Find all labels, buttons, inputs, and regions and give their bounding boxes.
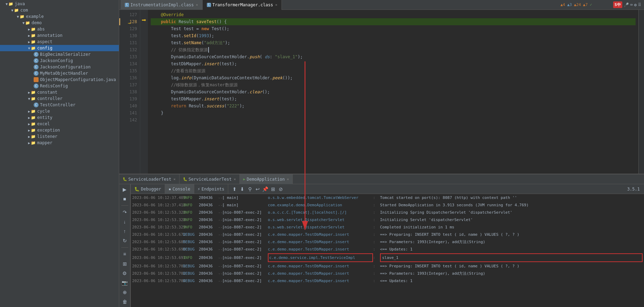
tab-close-icon[interactable]: ✕ — [275, 3, 277, 7]
filter-button[interactable]: ⚲ — [246, 186, 253, 193]
sidebar-item-exception[interactable]: ▶ 📁 exception — [0, 127, 119, 133]
evaluate-button[interactable]: ≡ — [120, 251, 129, 258]
tab-transformer[interactable]: C TransformerManager.class ✕ — [203, 0, 282, 10]
debug-tab-serviceloader2[interactable]: 🐛 ServiceLoaderTest ✕ — [179, 174, 240, 184]
line-num-142: 142 — [119, 116, 137, 124]
tab-close-icon[interactable]: ✕ — [174, 177, 176, 181]
code-line-140: return Result.success("222"); — [151, 102, 636, 109]
resume-button[interactable]: ▶ — [120, 186, 129, 193]
separator — [121, 205, 128, 206]
wrap-button[interactable]: ↩ — [254, 186, 261, 193]
sidebar-item-controller[interactable]: ▼ 📁 controller — [0, 95, 119, 102]
step-over-button[interactable]: ↷ — [120, 208, 129, 216]
line-num-132: 132 — [119, 46, 137, 53]
class-icon: C — [34, 65, 39, 69]
sidebar-item-config[interactable]: ▼ 📁 config — [0, 45, 119, 51]
settings-icon: ⚙ — [634, 2, 637, 7]
sidebar-item-aspect[interactable]: ▶ 📁 aspect — [0, 39, 119, 45]
log-row: 2023-06-06 10:12:37.418 INFO 280436 --- … — [131, 201, 644, 209]
line-num-130: 130 — [119, 32, 137, 39]
scroll-up-button[interactable]: ⬇ — [239, 186, 246, 193]
sidebar-item-excel[interactable]: ▶ 📁 excel — [0, 121, 119, 127]
line-num-128: 128 → — [119, 18, 137, 25]
arrow-icon: ▶ — [28, 27, 30, 31]
sidebar-item-label: constant — [37, 90, 57, 95]
class-icon: C — [34, 52, 39, 57]
clear-button[interactable]: ⬆ — [231, 186, 238, 193]
tab-debugger[interactable]: 🐛 Debugger — [131, 184, 165, 194]
open-external-button[interactable]: ⊞ — [270, 186, 277, 193]
tab-close-icon[interactable]: ✕ — [196, 3, 198, 7]
sidebar-item-cycle[interactable]: ▶ 📁 cycle — [0, 108, 119, 114]
keyboard-icon: ⌨ — [630, 2, 633, 7]
tab-close-icon[interactable]: ✕ — [287, 177, 289, 181]
stop-button[interactable]: ■ — [120, 195, 129, 202]
sidebar-item-bigdecimal[interactable]: C BigDecimalSerializer — [0, 51, 119, 58]
sidebar-item-listener[interactable]: ▶ 📁 listener — [0, 133, 119, 140]
console-output[interactable]: 2023-06-06 10:12:37.409 INFO 280436 --- … — [131, 194, 644, 307]
sidebar-item-label: com — [20, 8, 28, 13]
marker-4: ▲4 — [561, 2, 565, 7]
folder-icon: 📁 — [31, 27, 36, 32]
sidebar-item-objectmapper[interactable]: ObjectMapperConfiguration.java — [0, 76, 119, 83]
run-to-cursor-button[interactable]: ↻ — [120, 237, 129, 245]
sidebar-item-testcontroller[interactable]: C TestController — [0, 102, 119, 108]
code-content[interactable]: @Override public Result saveTest() { Tes… — [148, 10, 638, 174]
tab-instrumentation[interactable]: C InstrumentationImpl.class ✕ — [121, 0, 203, 10]
sidebar-item-label: RedisConfig — [40, 84, 68, 88]
pin-button[interactable]: 📌 — [262, 186, 269, 193]
sidebar-item-java[interactable]: ▼ 📁 java — [0, 1, 119, 7]
sougou-icon: S中 — [613, 1, 622, 8]
console-toolbar: ⬆ ⬇ ⚲ ↩ 📌 ⊞ ⊘ — [231, 186, 284, 193]
tab-close-icon[interactable]: ✕ — [234, 177, 236, 181]
extra-button[interactable]: ⊕ — [120, 289, 129, 296]
debug-tab-demoapplication[interactable]: ▶ DemoApplication ✕ — [240, 174, 293, 184]
arrow-icon: ▶ — [28, 122, 30, 126]
sidebar-item-label: annotation — [37, 33, 62, 38]
sidebar-item-redisconfig[interactable]: C RedisConfig — [0, 83, 119, 89]
debug-tab-serviceloader1[interactable]: 🐛 ServiceLoaderTest ✕ — [119, 174, 179, 184]
sidebar-item-label: JacksonConfig — [40, 58, 73, 63]
separator — [121, 247, 128, 248]
sidebar-item-example[interactable]: ▼ 📁 example — [0, 13, 119, 20]
sidebar-item-label: TestController — [40, 102, 75, 107]
gutter-134 — [140, 59, 148, 66]
trash-button[interactable]: 🗑 — [120, 298, 129, 306]
arrow-icon: ▼ — [17, 15, 19, 19]
main-container: ▼ 📁 java ▼ 📁 com ▼ 📁 example ▼ 📁 demo ▶ … — [0, 0, 644, 307]
debug-icon: 🐛 — [183, 177, 187, 181]
log-row: 2023-06-06 10:12:53.690 DEBUG 280436 ---… — [131, 246, 644, 253]
step-out-button[interactable]: ↑ — [120, 228, 129, 235]
more-button[interactable]: ⊞ — [120, 260, 129, 267]
sidebar-item-jacksonconfiguration[interactable]: C JacksonConfiguration — [0, 64, 119, 70]
line-num-133: 133 — [119, 53, 137, 60]
clear-console-button[interactable]: ⊘ — [277, 186, 284, 193]
gutter-141 — [140, 108, 148, 115]
step-into-button[interactable]: ↓ — [120, 218, 129, 225]
sidebar-item-constant[interactable]: ▶ 📁 constant — [0, 89, 119, 95]
tab-endpoints[interactable]: ⚡ Endpoints — [194, 184, 228, 194]
debug-panel: 🐛 ServiceLoaderTest ✕ 🐛 ServiceLoaderTes… — [119, 174, 644, 307]
tab-console[interactable]: ▪ Console — [165, 184, 194, 194]
sidebar-item-demo[interactable]: ▼ 📁 demo — [0, 20, 119, 26]
settings-button[interactable]: ⚙ — [120, 269, 129, 277]
sidebar-item-mymetaobjecthandler[interactable]: C MyMetaObjectHandler — [0, 70, 119, 76]
camera-button[interactable]: 📷 — [120, 279, 129, 286]
sidebar-item-mapper[interactable]: ▶ 📁 mapper — [0, 140, 119, 146]
log-row: 2023-06-06 10:12:53.691 INFO 280436 --- … — [131, 253, 644, 262]
sidebar-item-jacksonconfig[interactable]: C JacksonConfig — [0, 58, 119, 64]
sidebar-item-annotation[interactable]: ▶ 📁 annotation — [0, 32, 119, 39]
folder-icon: 📁 — [31, 96, 36, 101]
code-line-138: DynamicDataSourceContextHolder.clear(); — [151, 88, 636, 95]
sidebar-item-abs[interactable]: ▶ 📁 abs — [0, 26, 119, 32]
code-line-135: //查看当前数据源 — [151, 67, 636, 74]
debug-session-tabs: 🐛 ServiceLoaderTest ✕ 🐛 ServiceLoaderTes… — [119, 174, 644, 184]
arrow-icon: ▶ — [28, 91, 30, 94]
arrow-icon: ▶ — [28, 116, 30, 120]
line-num-136: 136 — [119, 74, 137, 81]
class-icon: C — [34, 84, 39, 88]
tab-label: Endpoints — [202, 187, 224, 192]
sidebar-item-com[interactable]: ▼ 📁 com — [0, 7, 119, 13]
marker-24: ▲24 — [574, 2, 581, 7]
sidebar-item-entity[interactable]: ▶ 📁 entity — [0, 114, 119, 121]
